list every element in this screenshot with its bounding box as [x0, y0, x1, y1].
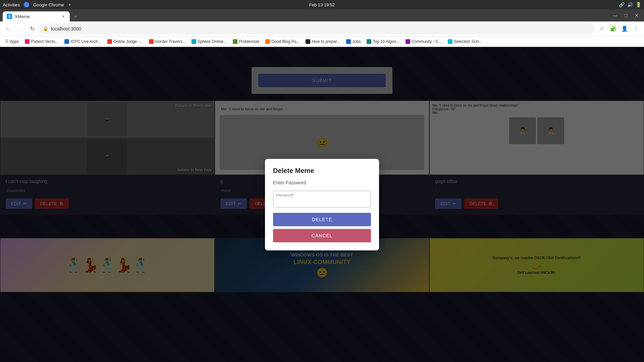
required-star: * — [292, 193, 293, 197]
delete-meme-modal: Delete Meme Enter Password Password* DEL… — [265, 159, 379, 250]
chrome-frame: X XMeme ✕ + — □ ✕ ← → ↻ 🔒 localhost:3000… — [0, 9, 644, 47]
dropdown-icon[interactable]: ▼ — [68, 3, 71, 7]
modal-delete-button[interactable]: DELETE — [273, 213, 371, 226]
tab-favicon-letter: X — [8, 15, 11, 18]
bookmark-selection[interactable]: Selection Sort... — [445, 38, 485, 45]
apps-label: Apps — [10, 39, 19, 44]
address-bar[interactable]: 🔒 localhost:3000 — [39, 23, 595, 34]
bookmark-prepare[interactable]: How to prepar... — [303, 38, 343, 45]
os-topbar-right: 🔗 🔊 🔋 — [619, 2, 641, 7]
bookmark-icon — [448, 39, 452, 44]
tab-title: XMeme — [15, 14, 30, 19]
tab-favicon: X — [7, 14, 12, 19]
modal-cancel-button[interactable]: CANCEL — [273, 229, 371, 242]
activities-label[interactable]: Activities — [3, 2, 20, 7]
network-icon: 🔗 — [619, 2, 625, 7]
bookmark-blog[interactable]: Good Blog Po... — [263, 38, 303, 45]
close-button[interactable]: ✕ — [632, 11, 641, 20]
bookmark-label: Good Blog Po... — [271, 39, 300, 44]
tab-close-button[interactable]: ✕ — [60, 14, 66, 19]
bookmark-oj[interactable]: Online Judge -... — [105, 38, 146, 45]
extensions-icon[interactable]: 🧩 — [608, 23, 619, 34]
bookmark-problem[interactable]: Problemset — [230, 38, 262, 45]
bookmark-sphere[interactable]: Sphere Online... — [189, 38, 229, 45]
forward-button[interactable]: → — [15, 23, 25, 34]
battery-icon: 🔋 — [636, 2, 641, 7]
password-input-wrap: Password* — [273, 191, 371, 207]
modal-delete-label: DELETE — [312, 217, 332, 222]
modal-subtitle: Enter Password — [273, 180, 371, 185]
menu-icon[interactable]: ⋮ — [631, 23, 641, 34]
chrome-titlebar: X XMeme ✕ + — □ ✕ — [0, 9, 644, 21]
bookmark-inorder[interactable]: Inorder Travers... — [146, 38, 188, 45]
bookmark-label: Online Judge -... — [113, 39, 143, 44]
window-controls: — □ ✕ — [610, 11, 641, 20]
security-icon: 🔒 — [43, 26, 48, 31]
bookmark-icon — [192, 39, 196, 44]
bookmark-label: Top 10 Algori... — [373, 39, 399, 44]
bookmark-label: ICPC Live Arch... — [70, 39, 101, 44]
bookmark-label: How to prepar... — [312, 39, 340, 44]
chrome-favicon — [24, 2, 29, 7]
bookmark-icon — [149, 39, 154, 44]
bookmarks-bar: ⠿ Apps Pattern Vecto... ICPC Live Arch..… — [0, 36, 644, 47]
sound-icon: 🔊 — [627, 2, 633, 7]
apps-button[interactable]: ⠿ Apps — [3, 38, 21, 45]
modal-overlay[interactable]: Delete Meme Enter Password Password* DEL… — [0, 47, 644, 362]
bookmark-label: Selection Sort... — [454, 39, 482, 44]
bookmark-star-icon[interactable]: ☆ — [596, 23, 607, 34]
minimize-button[interactable]: — — [610, 11, 620, 20]
chrome-tab-active[interactable]: X XMeme ✕ — [3, 11, 70, 21]
page-content: XMeme SWAGGER ↗ CONTACT ME ✉ SUBMIT — [0, 47, 644, 362]
bookmark-icon — [233, 39, 237, 44]
browser-label[interactable]: Google Chrome — [33, 2, 64, 7]
bookmark-icon — [367, 39, 371, 44]
os-datetime: Feb 13 19:52 — [309, 2, 335, 7]
password-label: Password* — [276, 193, 368, 197]
bookmark-label: Sphere Online... — [198, 39, 227, 44]
bookmark-jobs[interactable]: Jobs — [343, 38, 363, 45]
bookmark-icon — [346, 39, 351, 44]
profile-icon[interactable]: 👤 — [619, 23, 630, 34]
bookmark-pattern[interactable]: Pattern Vecto... — [22, 38, 61, 45]
modal-title: Delete Meme — [273, 167, 371, 175]
reload-button[interactable]: ↻ — [27, 23, 38, 34]
bookmark-label: Inorder Travers... — [155, 39, 185, 44]
chrome-toolbar: ← → ↻ 🔒 localhost:3000 ☆ 🧩 👤 ⋮ — [0, 21, 644, 36]
address-text: localhost:3000 — [51, 26, 81, 32]
bookmark-icon — [265, 39, 270, 44]
bookmark-icon — [25, 39, 30, 44]
os-topbar-left: Activities Google Chrome ▼ — [3, 2, 71, 7]
new-tab-button[interactable]: + — [71, 12, 80, 21]
maximize-button[interactable]: □ — [621, 11, 631, 20]
os-topbar: Activities Google Chrome ▼ Feb 13 19:52 … — [0, 0, 644, 9]
bookmark-icon — [107, 39, 112, 44]
bookmark-label: Community - C... — [412, 39, 442, 44]
bookmark-top10[interactable]: Top 10 Algori... — [364, 38, 402, 45]
bookmark-icon — [64, 39, 69, 44]
bookmark-icon — [306, 39, 310, 44]
bookmark-icon — [406, 39, 410, 44]
bookmark-label: Pattern Vecto... — [31, 39, 58, 44]
bookmark-label: Problemset — [239, 39, 259, 44]
bookmark-label: Jobs — [352, 39, 361, 44]
bookmark-icpc[interactable]: ICPC Live Arch... — [62, 38, 104, 45]
apps-icon: ⠿ — [5, 39, 8, 44]
password-input[interactable] — [276, 197, 368, 206]
back-button[interactable]: ← — [3, 23, 13, 34]
bookmark-community[interactable]: Community - C... — [403, 38, 444, 45]
modal-cancel-label: CANCEL — [312, 233, 333, 238]
toolbar-actions: ☆ 🧩 👤 ⋮ — [596, 23, 641, 34]
